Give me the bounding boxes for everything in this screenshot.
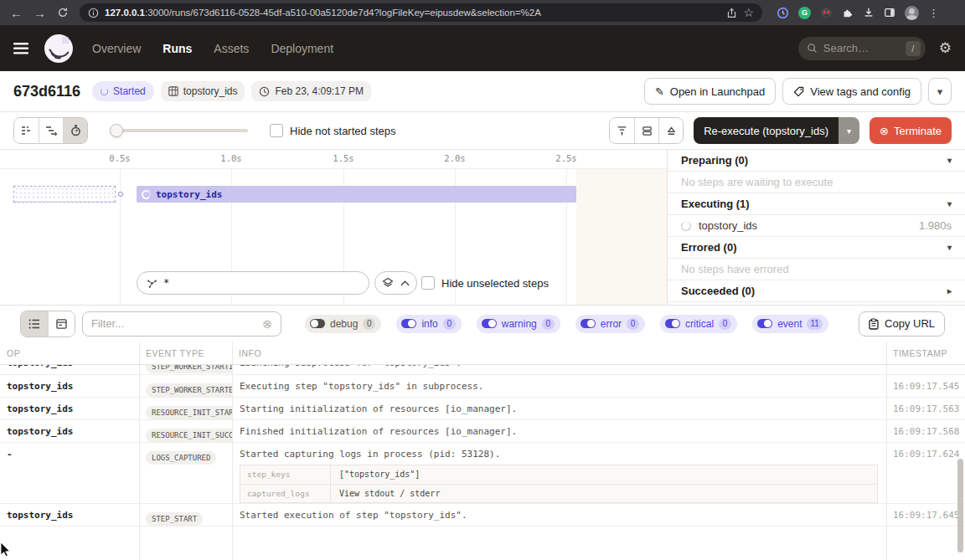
pencil-icon: ✎ <box>655 85 664 98</box>
copy-url-button[interactable]: Copy URL <box>859 311 945 337</box>
timed-view-button[interactable] <box>63 118 87 143</box>
level-toggle-warning[interactable]: warning0 <box>477 315 560 333</box>
search-placeholder: Search… <box>823 42 900 54</box>
sidebar-panel-icon[interactable] <box>884 7 895 18</box>
settings-gear-icon[interactable]: ⚙ <box>939 39 952 57</box>
level-toggle-event[interactable]: event11 <box>752 315 828 333</box>
eject-top-button[interactable] <box>658 118 683 143</box>
level-toggle-error[interactable]: error0 <box>575 315 645 333</box>
job-tag[interactable]: topstory_ids <box>161 81 245 101</box>
nav-item-assets[interactable]: Assets <box>214 42 249 55</box>
log-row[interactable]: topstory_ids RESOURCE_INIT_STAR… Startin… <box>0 398 965 420</box>
log-filter-field[interactable] <box>91 317 255 330</box>
level-toggle-info[interactable]: info0 <box>396 315 461 333</box>
toggle-switch <box>581 319 596 328</box>
toggle-switch <box>310 319 325 328</box>
app-navbar: Overview Runs Assets Deployment Search… … <box>0 25 965 71</box>
selector-value[interactable] <box>163 277 359 289</box>
time-tag[interactable]: Feb 23, 4:09:17 PM <box>251 81 370 101</box>
step-selector-input[interactable] <box>137 271 369 295</box>
view-tags-config-button[interactable]: View tags and config <box>782 78 921 105</box>
event-type-badge: LOGS_CAPTURED <box>146 451 216 465</box>
clear-filter-icon[interactable]: ⊗ <box>262 318 272 330</box>
section-executing[interactable]: Executing (1) ▾ <box>668 193 965 215</box>
section-errored[interactable]: Errored (0) ▾ <box>668 237 965 259</box>
timestamp-cell[interactable]: 16:09:17.568 <box>886 420 965 442</box>
gantt-time-axis: 0.5s 1.0s 1.5s 2.0s 2.5s <box>0 150 667 169</box>
nav-item-deployment[interactable]: Deployment <box>271 42 333 55</box>
log-row[interactable]: topstory_ids STEP_WORKER_STARTED Executi… <box>0 375 965 398</box>
filter-funnel-button[interactable] <box>610 118 634 143</box>
chevron-up-icon[interactable] <box>400 280 410 286</box>
hide-not-started-checkbox[interactable] <box>270 124 283 137</box>
vertical-scrollbar-thumb[interactable] <box>957 459 963 552</box>
section-preparing[interactable]: Preparing (0) ▾ <box>668 150 965 172</box>
extensions-puzzle-icon[interactable] <box>842 7 854 18</box>
column-header-timestamp: TIMESTAMP <box>886 342 965 364</box>
browser-menu-icon[interactable]: ⋮ <box>928 7 939 19</box>
flat-view-button[interactable] <box>14 118 39 143</box>
timestamp-cell[interactable]: 16:09:17.545 <box>886 375 965 397</box>
reexecute-button[interactable]: Re-execute (topstory_ids) <box>694 117 839 144</box>
extension-skull-icon[interactable] <box>820 7 833 19</box>
search-input[interactable]: Search… / <box>798 37 926 60</box>
layers-icon[interactable] <box>382 277 394 289</box>
gantt-now-region <box>576 168 667 305</box>
terminate-button[interactable]: ⊗ Terminate <box>870 117 952 144</box>
level-count: 11 <box>807 318 822 330</box>
terminate-x-icon: ⊗ <box>880 126 889 136</box>
chevron-down-icon: ▾ <box>947 199 952 208</box>
op-cell: topstory_ids <box>0 398 139 419</box>
log-filter-input[interactable]: ⊗ <box>82 311 281 337</box>
zoom-slider[interactable] <box>110 129 248 132</box>
log-row[interactable]: topstory_ids RESOURCE_INIT_SUCC… Finishe… <box>0 420 965 443</box>
hide-not-started-label: Hide not started steps <box>290 125 395 137</box>
nav-item-runs[interactable]: Runs <box>163 42 192 55</box>
timestamp-cell[interactable]: 16:09:17.624 <box>886 443 965 503</box>
level-toggle-critical[interactable]: critical0 <box>660 315 737 333</box>
level-label: event <box>777 318 802 330</box>
reexecute-dropdown-button[interactable]: ▾ <box>839 117 859 144</box>
forward-icon[interactable]: → <box>34 7 46 19</box>
collapse-rows-button[interactable] <box>634 118 658 143</box>
back-icon[interactable]: ← <box>10 7 23 19</box>
share-icon[interactable] <box>726 8 737 18</box>
timestamp-cell[interactable]: 16:09:17.645 <box>886 504 965 526</box>
bookmark-star-icon[interactable]: ☆ <box>743 7 754 18</box>
metadata-key: step_keys <box>240 465 331 484</box>
gantt-step-bar[interactable]: topstory_ids <box>137 186 576 203</box>
waterfall-view-button[interactable] <box>39 118 63 143</box>
menu-icon[interactable] <box>13 43 28 54</box>
search-icon <box>807 43 818 54</box>
info-cell: Executing step "topstory_ids" in subproc… <box>232 375 886 397</box>
zoom-slider-knob[interactable] <box>110 124 123 137</box>
level-toggle-debug[interactable]: debug0 <box>305 315 381 333</box>
extension-clock-icon[interactable] <box>777 7 789 19</box>
captured-logs-link[interactable]: View stdout / stderr <box>331 485 877 502</box>
browser-profile-avatar[interactable] <box>905 6 919 20</box>
hide-unselected-checkbox[interactable] <box>421 276 435 290</box>
log-level-filters: debug0 info0 warning0 error0 critical0 e… <box>305 315 828 333</box>
nav-item-overview[interactable]: Overview <box>92 42 141 55</box>
url-bar[interactable]: 127.0.0.1:3000/runs/673d6116-0528-45df-a… <box>80 3 762 22</box>
timestamp-cell[interactable]: 16:09:17.563 <box>886 398 965 419</box>
log-list-view-button[interactable] <box>21 311 48 337</box>
step-elapsed: 1.980s <box>919 219 952 232</box>
metadata-key: captured_logs <box>240 485 331 502</box>
open-launchpad-button[interactable]: ✎ Open in Launchpad <box>644 78 776 105</box>
log-row[interactable]: topstory_ids STEP_START Started executio… <box>0 504 965 527</box>
download-icon[interactable] <box>863 7 875 18</box>
executing-step-row[interactable]: topstory_ids 1.980s <box>668 215 965 237</box>
site-info-icon[interactable] <box>88 8 99 18</box>
log-structured-view-button[interactable] <box>48 311 75 337</box>
log-row[interactable]: topstory_ids STEP_WORKER_STARTI… Launchi… <box>0 365 965 375</box>
section-succeeded[interactable]: Succeeded (0) ▸ <box>668 280 965 302</box>
log-table: OP EVENT TYPE INFO TIMESTAMP topstory_id… <box>0 342 965 560</box>
axis-tick: 0.5s <box>109 153 130 163</box>
dagster-logo[interactable] <box>44 33 74 64</box>
run-more-actions-button[interactable]: ▾ <box>928 78 952 105</box>
log-row[interactable]: - LOGS_CAPTURED Started capturing logs i… <box>0 443 965 504</box>
extension-grammarly-icon[interactable]: G <box>798 7 811 19</box>
reload-icon[interactable] <box>57 7 69 18</box>
log-table-header: OP EVENT TYPE INFO TIMESTAMP <box>0 342 965 365</box>
